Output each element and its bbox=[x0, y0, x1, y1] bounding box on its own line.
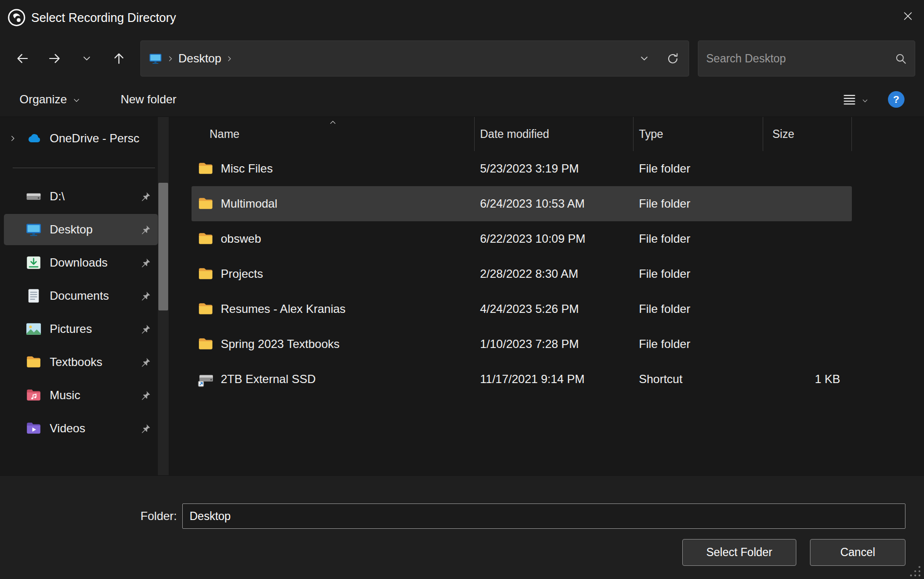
select-folder-button[interactable]: Select Folder bbox=[682, 539, 796, 566]
file-row[interactable]: Projects 2/28/2022 8:30 AM File folder bbox=[192, 256, 852, 291]
forward-icon bbox=[47, 51, 62, 66]
expander-chevron-icon[interactable] bbox=[9, 134, 25, 143]
column-header-name[interactable]: Name bbox=[192, 117, 475, 151]
file-size: 1 KB bbox=[763, 372, 852, 386]
pin-icon bbox=[140, 357, 151, 368]
recent-locations-button[interactable] bbox=[74, 46, 99, 71]
sidebar-scrollbar[interactable] bbox=[158, 117, 169, 475]
forward-button[interactable] bbox=[42, 46, 67, 71]
sidebar-item-label: D:\ bbox=[50, 190, 140, 203]
view-options-button[interactable] bbox=[842, 92, 868, 107]
command-bar: Organize New folder ? bbox=[0, 82, 924, 117]
up-icon bbox=[112, 51, 126, 66]
address-bar[interactable]: Desktop bbox=[140, 40, 689, 77]
sidebar-item-documents[interactable]: Documents bbox=[4, 280, 158, 311]
close-icon bbox=[902, 10, 914, 22]
sidebar-item-label: Videos bbox=[50, 422, 140, 435]
file-name: Resumes - Alex Kranias bbox=[221, 302, 346, 316]
desktop-icon bbox=[25, 221, 42, 238]
folder-icon bbox=[197, 336, 214, 352]
column-header-type[interactable]: Type bbox=[634, 117, 763, 151]
refresh-button[interactable] bbox=[658, 44, 687, 73]
folder-label: Folder: bbox=[112, 503, 177, 529]
new-folder-button[interactable]: New folder bbox=[115, 89, 182, 110]
column-header-size[interactable]: Size bbox=[763, 117, 852, 151]
expander-slot[interactable] bbox=[9, 358, 25, 367]
expander-slot[interactable] bbox=[9, 192, 25, 201]
sidebar-item-textbooks[interactable]: Textbooks bbox=[4, 347, 158, 378]
sidebar-item-onedrive[interactable]: OneDrive - Persc bbox=[4, 123, 158, 154]
address-dropdown-button[interactable] bbox=[630, 44, 658, 73]
file-name: Misc Files bbox=[221, 162, 273, 175]
file-row[interactable]: Spring 2023 Textbooks 1/10/2023 7:28 PM … bbox=[192, 327, 852, 362]
expander-slot[interactable] bbox=[9, 391, 25, 400]
drive-shortcut-icon bbox=[197, 371, 214, 387]
scrollbar-thumb[interactable] bbox=[158, 183, 168, 310]
sidebar-item-pictures[interactable]: Pictures bbox=[4, 313, 158, 345]
select-recording-directory-dialog: Select Recording Directory Desktop bbox=[0, 0, 924, 579]
close-button[interactable] bbox=[892, 0, 924, 32]
sidebar-item-music[interactable]: Music bbox=[4, 380, 158, 411]
folder-icon bbox=[197, 301, 214, 317]
file-type: File folder bbox=[634, 337, 763, 351]
obs-logo-icon bbox=[7, 8, 26, 27]
expander-slot[interactable] bbox=[9, 291, 25, 300]
navigation-bar: Desktop bbox=[0, 35, 924, 82]
sidebar: OneDrive - Persc D:\ Desktop Downloads D… bbox=[0, 117, 176, 475]
sidebar-item-label: Music bbox=[50, 388, 140, 402]
sidebar-item-desktop[interactable]: Desktop bbox=[4, 214, 158, 245]
expander-slot[interactable] bbox=[9, 258, 25, 267]
file-date-modified: 2/28/2022 8:30 AM bbox=[475, 267, 634, 281]
column-header-date-modified[interactable]: Date modified bbox=[475, 117, 634, 151]
videos-icon bbox=[25, 420, 42, 437]
organize-button[interactable]: Organize bbox=[14, 89, 86, 110]
pin-icon bbox=[140, 324, 151, 335]
breadcrumb-chevron-icon bbox=[167, 55, 174, 62]
cancel-button[interactable]: Cancel bbox=[810, 539, 905, 566]
sidebar-item-downloads[interactable]: Downloads bbox=[4, 247, 158, 278]
file-row[interactable]: obsweb 6/22/2023 10:09 PM File folder bbox=[192, 221, 852, 256]
folder-icon bbox=[197, 160, 214, 177]
sidebar-item-videos[interactable]: Videos bbox=[4, 413, 158, 444]
file-row[interactable]: Multimodal 6/24/2023 10:53 AM File folde… bbox=[192, 186, 852, 221]
command-bar-right: ? bbox=[842, 91, 910, 108]
search-icon bbox=[894, 52, 907, 65]
sidebar-list: OneDrive - Persc D:\ Desktop Downloads D… bbox=[0, 123, 176, 444]
breadcrumb-chevron-icon[interactable] bbox=[226, 55, 233, 62]
file-name-cell: Misc Files bbox=[192, 160, 475, 177]
sidebar-item-label: OneDrive - Persc bbox=[50, 132, 140, 145]
file-row[interactable]: Misc Files 5/23/2023 3:19 PM File folder bbox=[192, 151, 852, 186]
file-type: File folder bbox=[634, 232, 763, 246]
back-button[interactable] bbox=[10, 46, 35, 71]
file-name: obsweb bbox=[221, 232, 261, 246]
sidebar-item-label: Downloads bbox=[50, 256, 140, 270]
file-type: File folder bbox=[634, 162, 763, 175]
pin-icon bbox=[140, 390, 151, 401]
expander-slot[interactable] bbox=[9, 225, 25, 234]
search-input[interactable] bbox=[706, 52, 889, 65]
resize-grip[interactable] bbox=[909, 565, 922, 578]
sidebar-item-label: Textbooks bbox=[50, 355, 140, 369]
file-date-modified: 11/17/2021 9:14 PM bbox=[475, 372, 634, 386]
refresh-icon bbox=[666, 52, 679, 65]
folder-name-input[interactable] bbox=[182, 503, 905, 529]
breadcrumb-item-desktop[interactable]: Desktop bbox=[178, 52, 221, 65]
file-row[interactable]: Resumes - Alex Kranias 4/24/2023 5:26 PM… bbox=[192, 291, 852, 327]
file-row[interactable]: 2TB External SSD 11/17/2021 9:14 PM Shor… bbox=[192, 362, 852, 397]
expander-slot[interactable] bbox=[9, 424, 25, 433]
pictures-icon bbox=[25, 321, 42, 337]
up-button[interactable] bbox=[106, 46, 132, 71]
view-mode-icon bbox=[842, 92, 857, 107]
sidebar-divider bbox=[13, 168, 155, 168]
file-type: File folder bbox=[634, 197, 763, 211]
expander-slot[interactable] bbox=[9, 325, 25, 333]
sort-ascending-icon bbox=[329, 118, 337, 126]
chevron-down-icon bbox=[639, 54, 649, 63]
back-icon bbox=[15, 51, 30, 66]
search-box[interactable] bbox=[698, 40, 915, 77]
file-date-modified: 4/24/2023 5:26 PM bbox=[475, 302, 634, 316]
help-button[interactable]: ? bbox=[888, 91, 905, 108]
sidebar-item-d-drive[interactable]: D:\ bbox=[4, 181, 158, 212]
help-icon: ? bbox=[893, 94, 900, 105]
folder-icon bbox=[197, 195, 214, 212]
